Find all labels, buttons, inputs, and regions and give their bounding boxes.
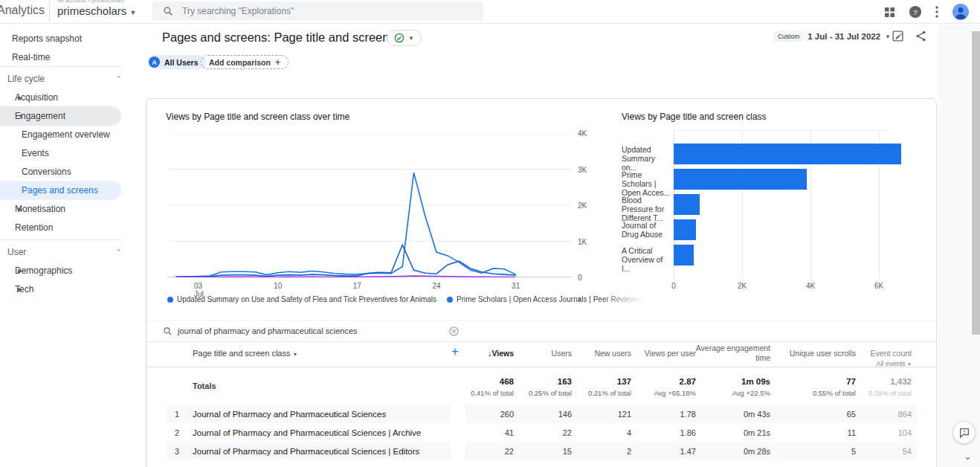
- property-selector[interactable]: primescholars▼: [57, 4, 136, 17]
- date-range-picker[interactable]: Custom 1 Jul - 31 Jul 2022 ▼: [774, 31, 891, 42]
- y-tick-label: 4K: [578, 129, 587, 138]
- property-name: primescholars: [57, 4, 126, 17]
- feedback-button[interactable]: [952, 421, 976, 444]
- dimension-header-label: Page title and screen class: [193, 349, 290, 358]
- table-row[interactable]: 2Journal of Pharmacy and Pharmaceutical …: [146, 423, 937, 442]
- add-comparison-label: Add comparison: [209, 58, 271, 67]
- top-app-bar: Analytics All accounts > primescholars p…: [0, 0, 980, 24]
- bar[interactable]: [674, 219, 696, 240]
- sidebar-item-events[interactable]: Events: [22, 144, 49, 162]
- legend-item[interactable]: Prime Scholars | Open Access Journals | …: [447, 295, 643, 303]
- bar[interactable]: [674, 245, 694, 265]
- row-cell: 0m 43s: [681, 410, 770, 419]
- legend-item[interactable]: Updated Summary on Use and Safety of Fle…: [167, 295, 436, 303]
- analytics-logo: Analytics: [0, 4, 45, 17]
- line-chart: [168, 133, 572, 277]
- sidebar-section-life-cycle[interactable]: Life cycle⌃: [7, 70, 45, 88]
- collapse-icon[interactable]: ⌃: [116, 75, 122, 83]
- sidebar-item-pages-and-screens[interactable]: Pages and screens: [22, 181, 98, 199]
- legend-prev-icon[interactable]: ‹: [563, 294, 566, 304]
- sidebar-item-real-time[interactable]: Real-time: [12, 48, 50, 66]
- share-icon[interactable]: [915, 30, 927, 42]
- feedback-bubble-icon: [958, 427, 970, 439]
- all-users-chip[interactable]: A All Users: [147, 55, 206, 69]
- column-header-views-per-user[interactable]: Views per user: [614, 349, 696, 358]
- sidebar-item-label: Engagement overview: [22, 129, 110, 140]
- legend-next-icon[interactable]: ›: [578, 294, 581, 304]
- legend-dot-icon: [447, 297, 453, 303]
- sidebar-item-tech[interactable]: ▶Tech: [15, 280, 33, 298]
- expand-arrow-icon[interactable]: ▶: [18, 286, 25, 293]
- totals-subtext: 0.38% of total: [822, 389, 912, 397]
- avatar[interactable]: [952, 3, 970, 21]
- legend-label: Prime Scholars | Open Access Journals | …: [457, 295, 643, 303]
- report-status-dropdown[interactable]: ▼: [387, 30, 422, 46]
- collapse-arrow-icon[interactable]: ▼: [18, 113, 25, 120]
- row-cell: 104: [822, 428, 912, 437]
- expand-arrow-icon[interactable]: ▶: [18, 268, 25, 274]
- add-comparison-button[interactable]: Add comparison +: [201, 55, 288, 69]
- sidebar-divider: [0, 239, 123, 240]
- bar[interactable]: [674, 169, 807, 190]
- sidebar-item-retention[interactable]: Retention: [15, 219, 53, 236]
- chevron-down-icon: ▼: [293, 352, 298, 357]
- sidebar-item-acquisition[interactable]: ▶Acquisition: [15, 88, 58, 106]
- sidebar-item-conversions[interactable]: Conversions: [22, 163, 71, 181]
- search-input[interactable]: Try searching "Explorations": [152, 1, 483, 20]
- bar[interactable]: [674, 194, 700, 215]
- x-tick-label: 10: [269, 282, 287, 290]
- page-title: Pages and screens: Page title and screen…: [162, 30, 421, 45]
- table-search-input[interactable]: journal of pharmacy and pharmaceutical s…: [178, 326, 358, 335]
- topbar-divider: [49, 1, 50, 22]
- sidebar-item-demographics[interactable]: ▶Demographics: [15, 262, 72, 280]
- apps-grid-icon[interactable]: [884, 7, 895, 18]
- y-tick-label: 3K: [578, 166, 587, 174]
- date-mode-chip: Custom: [774, 31, 803, 42]
- sidebar-item-monetisation[interactable]: ▶Monetisation: [15, 200, 65, 218]
- sidebar-section-user[interactable]: User⌃: [7, 243, 26, 261]
- sidebar: Reports snapshot Real-time Life cycle⌃ ▶…: [0, 24, 146, 467]
- customize-report-icon[interactable]: [892, 30, 904, 42]
- report-card: Views by Page title and screen class ove…: [146, 98, 937, 467]
- sidebar-section-label: User: [7, 247, 26, 257]
- help-icon[interactable]: ?: [909, 5, 922, 19]
- all-users-label: All Users: [164, 58, 199, 67]
- column-header-event-count[interactable]: Event count: [830, 349, 912, 358]
- column-header-avg-engagement-time[interactable]: Average engagement time: [689, 344, 770, 363]
- table-search-row: journal of pharmacy and pharmaceutical s…: [146, 322, 937, 341]
- x-tick-label: 17: [348, 282, 366, 290]
- plus-icon: +: [275, 57, 281, 68]
- collapse-icon[interactable]: ⌃: [116, 248, 122, 256]
- kebab-menu-icon[interactable]: [935, 6, 938, 18]
- vertical-scrollbar[interactable]: [972, 31, 980, 335]
- sidebar-item-engagement[interactable]: ▼Engagement: [15, 107, 65, 125]
- expand-arrow-icon[interactable]: ▶: [18, 94, 25, 101]
- row-number: 2: [169, 428, 179, 437]
- all-events-filter[interactable]: All events ▼: [830, 359, 912, 370]
- scroll-down-chevron-icon[interactable]: ⌄: [964, 451, 972, 462]
- bar-category-label: Updated Summary on...: [622, 145, 671, 172]
- search-icon: [163, 326, 173, 336]
- chart-legend: Updated Summary on Use and Safety of Fle…: [167, 295, 591, 303]
- sidebar-item-engagement-overview[interactable]: Engagement overview: [22, 126, 110, 144]
- table-row[interactable]: 1Journal of Pharmacy and Pharmaceutical …: [146, 405, 937, 423]
- row-page-title: Journal of Pharmacy and Pharmaceutical S…: [193, 410, 386, 419]
- sidebar-item-reports-snapshot[interactable]: Reports snapshot: [12, 30, 82, 48]
- table-row[interactable]: 3Journal of Pharmacy and Pharmaceutical …: [146, 442, 937, 460]
- dimension-header-dropdown[interactable]: Page title and screen class ▼: [193, 349, 297, 358]
- table-row[interactable]: 4Journal of Pharmacy and Pharmaceutical …: [146, 460, 937, 467]
- analytics-app: Analytics All accounts > primescholars p…: [0, 0, 980, 467]
- expand-arrow-icon[interactable]: ▶: [18, 206, 25, 213]
- clear-search-icon[interactable]: [448, 326, 460, 337]
- column-header-label: Event count: [871, 349, 912, 358]
- row-cell: 864: [822, 410, 912, 419]
- sidebar-item-label: Conversions: [22, 167, 71, 177]
- chevron-down-icon: ▼: [885, 33, 891, 40]
- bar-category-label: A Critical Overview of I...: [622, 246, 671, 273]
- row-metrics-bg: [465, 460, 917, 467]
- bar-category-label: Prime Scholars | Open Acces...: [622, 170, 671, 197]
- table-header-divider: [146, 367, 937, 367]
- bar[interactable]: [674, 144, 901, 164]
- bar-x-tick-label: 4K: [802, 282, 819, 290]
- row-page-title: Journal of Pharmacy and Pharmaceutical S…: [193, 447, 419, 456]
